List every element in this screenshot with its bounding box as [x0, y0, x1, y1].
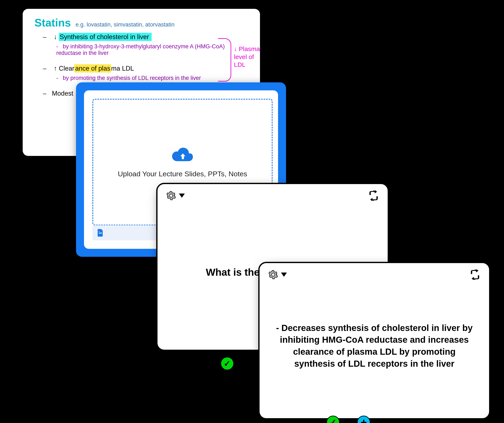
gear-icon [166, 191, 176, 201]
file-image-icon [97, 229, 103, 237]
notes-item-1: ↓ Synthesis of cholesterol in liver by i… [43, 33, 248, 56]
chevron-down-icon [179, 194, 185, 198]
upload-prompt: Upload Your Lecture Slides, PPTs, Notes [118, 170, 247, 178]
plus-icon: + [360, 417, 367, 423]
notes-item-2-suffix: ma LDL [111, 65, 134, 72]
svg-point-1 [99, 231, 100, 232]
brace-label: ↓ Plasma level of LDL [234, 45, 260, 69]
mark-correct-button[interactable]: ✓ [221, 357, 234, 370]
chevron-down-icon [281, 273, 287, 277]
brace-icon [218, 38, 231, 81]
gear-icon [268, 270, 278, 280]
card-settings-button[interactable] [166, 191, 185, 201]
notes-item-1-highlight: Synthesis of cholesterol in liver [59, 33, 152, 41]
notes-item-2: ↑ Clearance of plasma LDL by promoting t… [43, 65, 248, 81]
notes-item-2-prefix: ↑ Clear [54, 65, 74, 72]
card-settings-button[interactable] [268, 270, 287, 280]
check-icon: ✓ [330, 418, 337, 423]
notes-item-2-highlight: ance of plas [74, 64, 111, 73]
cloud-upload-icon [171, 146, 194, 164]
flashcard-back[interactable]: - Decreases synthesis of cholesterol in … [258, 262, 490, 419]
flip-icon[interactable] [368, 190, 379, 201]
flashcard-answer: - Decreases synthesis of cholesterol in … [274, 322, 474, 370]
notes-title: Statins [35, 16, 71, 29]
notes-subtitle: e.g. lovastatin, simvastatin, atorvastat… [76, 21, 174, 28]
notes-item-1-arrow: ↓ [54, 33, 59, 41]
check-icon: ✓ [224, 359, 231, 368]
flip-icon[interactable] [470, 270, 480, 280]
